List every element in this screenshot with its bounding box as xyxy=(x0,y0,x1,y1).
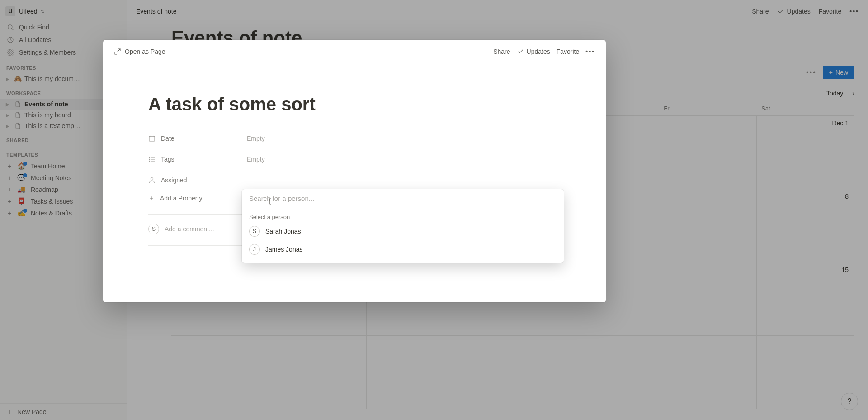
modal-favorite-button[interactable]: Favorite xyxy=(557,48,580,55)
avatar: S xyxy=(148,224,159,234)
property-tags-row[interactable]: Tags Empty xyxy=(148,149,561,170)
task-title[interactable]: A task of some sort xyxy=(148,62,561,128)
person-section-label: Select a person xyxy=(242,208,564,222)
avatar: J xyxy=(249,244,260,255)
property-tags-value[interactable]: Empty xyxy=(247,156,265,163)
svg-point-15 xyxy=(151,178,153,180)
modal-updates-button[interactable]: Updates xyxy=(517,48,550,55)
svg-point-13 xyxy=(149,159,150,159)
person-search-input[interactable] xyxy=(249,195,557,202)
list-icon xyxy=(148,156,156,163)
plus-icon: ＋ xyxy=(148,194,155,202)
svg-line-4 xyxy=(117,49,120,52)
person-name: Sarah Jonas xyxy=(265,228,301,235)
svg-rect-5 xyxy=(149,136,155,141)
avatar: S xyxy=(249,226,260,237)
property-date-value[interactable]: Empty xyxy=(247,135,265,142)
svg-point-14 xyxy=(149,161,150,161)
person-dropdown: Select a person S Sarah Jonas J James Jo… xyxy=(242,189,564,263)
svg-point-12 xyxy=(149,157,150,158)
property-date-row[interactable]: Date Empty xyxy=(148,128,561,149)
calendar-icon xyxy=(148,135,156,142)
expand-icon xyxy=(114,48,121,55)
person-option-0[interactable]: S Sarah Jonas xyxy=(242,222,564,240)
person-icon xyxy=(148,177,156,184)
check-icon xyxy=(517,48,524,55)
person-name: James Jonas xyxy=(265,246,302,253)
comment-placeholder[interactable]: Add a comment... xyxy=(165,225,214,233)
modal-more-icon[interactable]: ••• xyxy=(585,48,595,55)
modal-share-button[interactable]: Share xyxy=(493,48,510,55)
page-modal: Open as Page Share Updates Favorite ••• … xyxy=(103,40,606,302)
property-assigned-row[interactable]: Assigned xyxy=(148,170,561,191)
person-option-1[interactable]: J James Jonas xyxy=(242,240,564,258)
open-as-page-button[interactable]: Open as Page xyxy=(114,48,165,55)
